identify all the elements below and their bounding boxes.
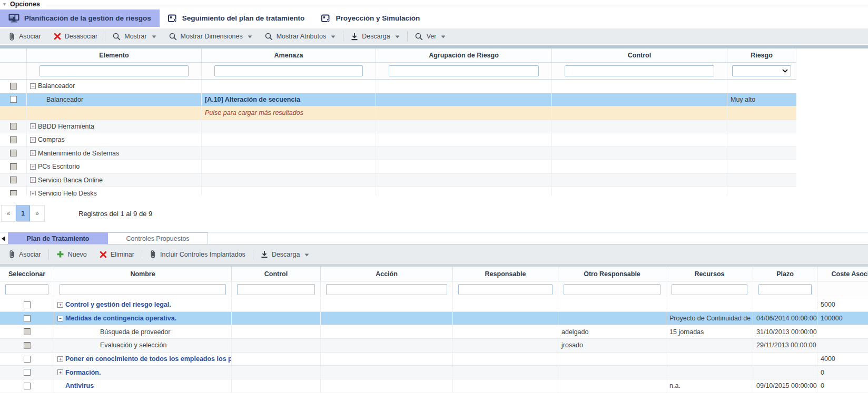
load-more-row[interactable]: Pulse para cargar más resultados <box>0 106 796 120</box>
row-checkbox[interactable] <box>24 328 31 335</box>
expand-expander-icon[interactable]: + <box>57 369 63 375</box>
treatment-table: Seleccionar Nombre Control Acción Respon… <box>0 267 868 393</box>
expand-expander-icon[interactable]: + <box>30 123 36 129</box>
row-checkbox[interactable] <box>10 150 17 157</box>
table-row[interactable]: Evaluación y selección jrosado 29/11/201… <box>0 339 868 353</box>
eliminar-label: Eliminar <box>111 251 134 258</box>
table-row[interactable]: +BBDD Herramienta <box>0 120 796 134</box>
table-row[interactable]: Antivirus n.a. 09/10/2015 00:00:00 0 <box>0 379 868 393</box>
table-row-selected[interactable]: Balanceador [A.10] Alteración de secuenc… <box>0 93 796 107</box>
table-row[interactable]: Búsqueda de proveedor adelgado 15 jornad… <box>0 325 868 339</box>
expand-expander-icon[interactable]: + <box>30 164 36 170</box>
row-checkbox[interactable] <box>10 136 17 143</box>
mostrar-atributos-button[interactable]: Mostrar Atributos <box>259 28 342 44</box>
desasociar-label: Desasociar <box>65 33 98 40</box>
next-page-button[interactable]: » <box>30 206 44 221</box>
row-checkbox[interactable] <box>10 123 17 130</box>
chevron-down-icon <box>304 251 309 258</box>
table-row[interactable]: +Servicio Help Desks <box>0 187 796 196</box>
table-row[interactable]: +Mantenimiento de Sistemas <box>0 147 796 161</box>
column-header-seleccionar: Seleccionar <box>0 267 54 281</box>
mostrar-dimensiones-button[interactable]: Mostrar Dimensiones <box>163 28 259 44</box>
row-checkbox[interactable] <box>10 83 17 90</box>
row-checkbox[interactable] <box>24 342 31 349</box>
load-more-label[interactable]: Pulse para cargar más resultados <box>202 109 303 116</box>
paperclip-icon <box>150 250 156 259</box>
nombre-cell: Evaluación y selección <box>54 341 166 349</box>
expand-expander-icon[interactable]: + <box>30 191 36 196</box>
asociar-button[interactable]: Asociar <box>2 28 47 44</box>
accion-filter-input[interactable] <box>326 284 447 295</box>
panel-collapse-arrow-icon[interactable] <box>2 236 5 241</box>
table-row[interactable]: +Compras <box>0 133 796 147</box>
row-checkbox[interactable] <box>10 177 17 183</box>
recursos-cell: 15 jornadas <box>666 328 704 336</box>
row-checkbox[interactable] <box>10 190 17 196</box>
amenaza-filter-input[interactable] <box>214 65 363 76</box>
expand-expander-icon[interactable]: + <box>30 150 36 156</box>
column-header-otro-responsable: Otro Responsable <box>558 267 666 281</box>
responsable-filter-input[interactable] <box>458 284 553 295</box>
row-checkbox[interactable] <box>24 383 31 389</box>
tab-plan-de-tratamiento[interactable]: Plan de Tratamiento <box>8 232 108 244</box>
row-checkbox[interactable] <box>10 163 17 170</box>
table-row-selected[interactable]: −Medidas de contingencia operativa. Proy… <box>0 312 868 326</box>
collapse-expander-icon[interactable]: − <box>57 316 63 321</box>
tab-controles-propuestos[interactable]: Controles Propuestos <box>108 232 208 244</box>
table-row[interactable]: +Servicio Banca Online <box>0 174 796 188</box>
coste-cell: 5000 <box>817 301 835 308</box>
incluir-controles-button[interactable]: Incluir Controles Implantados <box>143 245 252 264</box>
tab-proyeccion[interactable]: Proyección y Simulación <box>313 9 428 27</box>
expand-expander-icon[interactable]: + <box>30 177 36 183</box>
seleccionar-filter-input[interactable] <box>5 284 48 295</box>
table-row[interactable]: +Poner en conocimiento de todos los empl… <box>0 353 868 366</box>
row-checkbox[interactable] <box>10 96 17 103</box>
descarga-label: Descarga <box>272 251 300 258</box>
elemento-cell: Compras <box>38 136 65 143</box>
mostrar-button[interactable]: Mostrar <box>106 28 162 44</box>
prev-page-button[interactable]: « <box>2 206 16 221</box>
recursos-filter-input[interactable] <box>672 284 747 295</box>
row-checkbox[interactable] <box>24 356 31 363</box>
treatment-panel: Plan de Tratamiento Controles Propuestos… <box>0 232 868 393</box>
otro-responsable-filter-input[interactable] <box>564 284 660 295</box>
row-checkbox[interactable] <box>24 315 31 322</box>
table-row[interactable]: +Formación. 0 <box>0 366 868 379</box>
chevron-down-icon <box>331 33 336 40</box>
expand-expander-icon[interactable]: + <box>57 302 63 308</box>
row-checkbox[interactable] <box>24 369 31 376</box>
table-row[interactable]: +Control y gestión del riesgo legal. 500… <box>0 298 868 312</box>
row-checkbox[interactable] <box>24 301 31 308</box>
elemento-cell: Servicio Help Desks <box>38 190 97 196</box>
amenaza-cell: [A.10] Alteración de secuencia <box>202 96 300 103</box>
control-filter-input[interactable] <box>565 65 714 76</box>
control-filter-input[interactable] <box>237 284 315 295</box>
tab-seguimiento[interactable]: Seguimiento del plan de tratamiento <box>160 9 313 27</box>
asociar-button[interactable]: Asociar <box>2 245 47 264</box>
elemento-cell: Balanceador <box>27 96 83 103</box>
toolbar-separator <box>48 249 49 260</box>
collapse-expander-icon[interactable]: − <box>30 83 36 89</box>
eliminar-button[interactable]: Eliminar <box>93 245 141 264</box>
elemento-filter-input[interactable] <box>40 65 189 76</box>
current-page-button[interactable]: 1 <box>16 206 30 221</box>
agrupacion-filter-input[interactable] <box>389 65 539 76</box>
nombre-filter-input[interactable] <box>60 284 226 295</box>
column-header-elemento: Elemento <box>27 48 202 62</box>
ver-button[interactable]: Ver <box>409 28 452 44</box>
expand-expander-icon[interactable]: + <box>30 137 36 143</box>
table-row[interactable]: +PCs Escritorio <box>0 160 796 174</box>
plazo-filter-input[interactable] <box>758 284 812 295</box>
riesgo-filter-select[interactable] <box>732 65 791 76</box>
descarga-button[interactable]: Descarga <box>254 245 316 264</box>
nuevo-button[interactable]: Nuevo <box>50 245 93 264</box>
descarga-button[interactable]: Descarga <box>344 28 406 44</box>
expand-expander-icon[interactable]: + <box>57 356 63 362</box>
desasociar-button[interactable]: Desasociar <box>47 28 104 44</box>
collapse-triangle-icon[interactable]: ▼ <box>2 2 7 7</box>
chevron-down-icon <box>395 33 400 40</box>
tab-planificacion[interactable]: Planificación de la gestión de riesgos <box>0 9 160 27</box>
search-icon <box>265 33 273 41</box>
table-row[interactable]: −Balanceador <box>0 80 796 93</box>
plazo-cell: 09/10/2015 00:00:00 <box>753 382 817 389</box>
